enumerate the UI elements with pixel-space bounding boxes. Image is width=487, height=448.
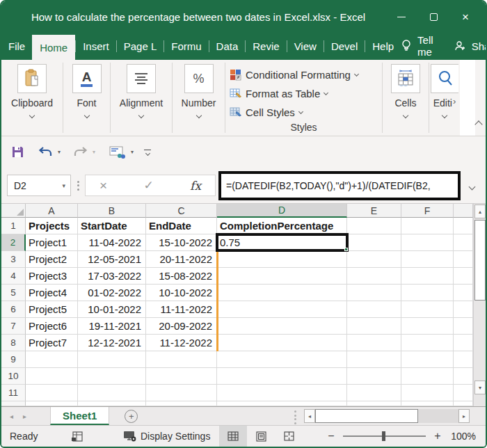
- row-header-10[interactable]: 10: [1, 368, 26, 385]
- tab-home[interactable]: Home: [32, 35, 75, 60]
- cell-b1[interactable]: StartDate: [78, 218, 146, 234]
- cell-a4[interactable]: Project3: [26, 268, 78, 285]
- cell-d11[interactable]: [217, 385, 347, 401]
- scroll-up-icon[interactable]: ▴: [474, 205, 486, 218]
- cell-b2[interactable]: 11-04-2022: [78, 234, 146, 251]
- cell-e6[interactable]: [347, 301, 401, 318]
- horizontal-scroll-thumb[interactable]: [315, 409, 418, 423]
- cell-a9[interactable]: [26, 351, 78, 368]
- zoom-in-button[interactable]: +: [431, 430, 444, 442]
- cell-a6[interactable]: Project5: [26, 301, 78, 318]
- font-chevron-icon[interactable]: [83, 113, 89, 118]
- cell-g1[interactable]: [454, 218, 473, 234]
- row-header-2[interactable]: 2: [1, 234, 26, 251]
- column-header-a[interactable]: A: [26, 204, 78, 218]
- cell-c2[interactable]: 15-10-2022: [146, 234, 217, 251]
- cell-a7[interactable]: Project6: [26, 318, 78, 335]
- cell-d4[interactable]: [217, 268, 347, 285]
- page-break-preview-button[interactable]: [275, 426, 303, 447]
- cell-g8[interactable]: [454, 335, 473, 351]
- tab-revie[interactable]: Revie: [246, 32, 286, 60]
- vertical-scroll-thumb[interactable]: [474, 220, 486, 301]
- undo-dropdown-icon[interactable]: ▾: [58, 149, 61, 155]
- zoom-slider[interactable]: [343, 435, 426, 437]
- row-header-11[interactable]: 11: [1, 385, 26, 401]
- cell-f8[interactable]: [401, 335, 454, 351]
- alignment-chevron-icon[interactable]: [138, 113, 144, 118]
- tab-data[interactable]: Data: [209, 32, 246, 60]
- number-chevron-icon[interactable]: [195, 113, 201, 118]
- vertical-scrollbar[interactable]: ▴ ▾: [473, 204, 486, 406]
- page-layout-view-button[interactable]: [247, 426, 275, 447]
- select-all-corner[interactable]: [1, 204, 26, 218]
- cell-e7[interactable]: [347, 318, 401, 335]
- cell-e8[interactable]: [347, 335, 401, 351]
- row-header-7[interactable]: 7: [1, 318, 26, 335]
- cell-f3[interactable]: [401, 251, 454, 268]
- cell-c3[interactable]: 20-11-2022: [146, 251, 217, 268]
- row-header-5[interactable]: 5: [1, 285, 26, 301]
- cell-f1[interactable]: [401, 218, 454, 234]
- tab-page-l[interactable]: Page L: [117, 32, 164, 60]
- formula-bar-expand-icon[interactable]: [470, 179, 474, 192]
- format-as-table-button[interactable]: Format as Table: [230, 84, 328, 103]
- confirm-entry-button[interactable]: ✓: [143, 178, 153, 193]
- cell-g6[interactable]: [454, 301, 473, 318]
- minimize-button[interactable]: [385, 1, 417, 32]
- cell-f11[interactable]: [401, 385, 454, 401]
- cell-a8[interactable]: Project7: [26, 335, 78, 351]
- cell-f5[interactable]: [401, 285, 454, 301]
- editing-chevron-icon[interactable]: [442, 113, 447, 118]
- close-button[interactable]: ×: [449, 1, 481, 32]
- scroll-left-icon[interactable]: ◂: [304, 409, 315, 423]
- ribbon-group-clipboard[interactable]: Clipboard: [1, 60, 63, 136]
- share-label[interactable]: Share: [472, 40, 487, 52]
- cell-f7[interactable]: [401, 318, 454, 335]
- fill-handle[interactable]: [344, 248, 348, 251]
- ribbon-group-number[interactable]: % Number: [173, 60, 225, 136]
- cell-g4[interactable]: [454, 268, 473, 285]
- cell-styles-button[interactable]: Cell Styles: [230, 103, 303, 122]
- display-settings-button[interactable]: Display Settings: [123, 431, 210, 442]
- ribbon-group-editing[interactable]: Editi ›: [429, 60, 460, 136]
- conditional-formatting-button[interactable]: Conditional Formatting: [230, 65, 358, 84]
- sheet-tab-sheet1[interactable]: Sheet1: [50, 407, 109, 425]
- cell-b5[interactable]: 01-02-2022: [78, 285, 146, 301]
- cell-f2[interactable]: [401, 234, 454, 251]
- column-header-f[interactable]: F: [401, 204, 454, 218]
- cell-e1[interactable]: [347, 218, 401, 234]
- cell-b10[interactable]: [78, 368, 146, 385]
- row-header-4[interactable]: 4: [1, 268, 26, 285]
- ribbon-group-alignment[interactable]: Alignment: [111, 60, 172, 136]
- cell-d7[interactable]: [217, 318, 347, 335]
- cell-c8[interactable]: 11-12-2022: [146, 335, 217, 351]
- cell-b11[interactable]: [78, 385, 146, 401]
- cell-g10[interactable]: [454, 368, 473, 385]
- cell-b6[interactable]: 10-01-2022: [78, 301, 146, 318]
- cell-a2[interactable]: Project1: [26, 234, 78, 251]
- row-header-3[interactable]: 3: [1, 251, 26, 268]
- horizontal-scrollbar[interactable]: ◂ ▸: [304, 409, 470, 423]
- cell-d3[interactable]: [217, 251, 347, 268]
- row-header-1[interactable]: 1: [1, 218, 26, 234]
- email-dropdown-icon[interactable]: ▾: [131, 149, 134, 155]
- name-box[interactable]: D2 ▾: [7, 175, 71, 196]
- cell-a11[interactable]: [26, 385, 78, 401]
- cell-g2[interactable]: [454, 234, 473, 251]
- cell-d5[interactable]: [217, 285, 347, 301]
- cell-e5[interactable]: [347, 285, 401, 301]
- maximize-button[interactable]: [417, 1, 449, 32]
- column-header-d[interactable]: D: [217, 204, 347, 218]
- cell-g9[interactable]: [454, 351, 473, 368]
- tab-file[interactable]: File: [1, 32, 32, 60]
- formula-input[interactable]: =(DATEDIF(B2,TODAY(),"d")+1)/(DATEDIF(B2…: [221, 180, 431, 191]
- cell-a1[interactable]: Projects: [26, 218, 78, 234]
- cell-c1[interactable]: EndDate: [146, 218, 217, 234]
- cell-e11[interactable]: [347, 385, 401, 401]
- cell-c7[interactable]: 20-09-2022: [146, 318, 217, 335]
- insert-function-button[interactable]: fx: [190, 179, 201, 193]
- cell-b7[interactable]: 19-11-2021: [78, 318, 146, 335]
- formula-bar-grip[interactable]: [73, 181, 83, 191]
- ribbon-group-font[interactable]: A Font: [63, 60, 110, 136]
- row-header-6[interactable]: 6: [1, 301, 26, 318]
